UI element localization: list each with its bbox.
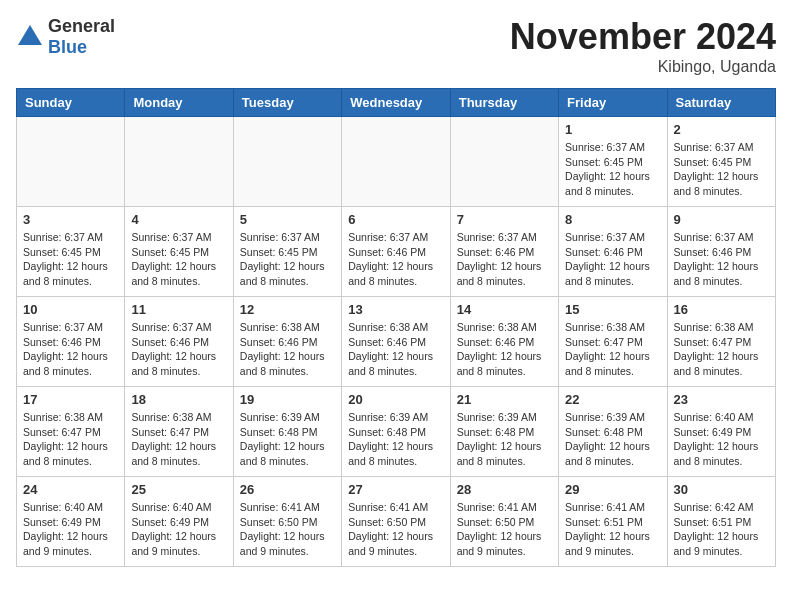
day-info: Sunrise: 6:38 AM Sunset: 6:47 PM Dayligh… — [674, 320, 769, 379]
day-number: 17 — [23, 392, 118, 407]
calendar-cell: 16Sunrise: 6:38 AM Sunset: 6:47 PM Dayli… — [667, 297, 775, 387]
calendar-cell: 8Sunrise: 6:37 AM Sunset: 6:46 PM Daylig… — [559, 207, 667, 297]
calendar-cell — [233, 117, 341, 207]
weekday-header-sunday: Sunday — [17, 89, 125, 117]
day-info: Sunrise: 6:39 AM Sunset: 6:48 PM Dayligh… — [565, 410, 660, 469]
calendar-cell: 26Sunrise: 6:41 AM Sunset: 6:50 PM Dayli… — [233, 477, 341, 567]
day-number: 15 — [565, 302, 660, 317]
day-number: 14 — [457, 302, 552, 317]
day-info: Sunrise: 6:41 AM Sunset: 6:51 PM Dayligh… — [565, 500, 660, 559]
title-section: November 2024 Kibingo, Uganda — [510, 16, 776, 76]
calendar-cell: 24Sunrise: 6:40 AM Sunset: 6:49 PM Dayli… — [17, 477, 125, 567]
day-info: Sunrise: 6:40 AM Sunset: 6:49 PM Dayligh… — [674, 410, 769, 469]
calendar-table: SundayMondayTuesdayWednesdayThursdayFrid… — [16, 88, 776, 567]
day-number: 23 — [674, 392, 769, 407]
day-number: 9 — [674, 212, 769, 227]
calendar-cell: 27Sunrise: 6:41 AM Sunset: 6:50 PM Dayli… — [342, 477, 450, 567]
day-number: 11 — [131, 302, 226, 317]
day-info: Sunrise: 6:39 AM Sunset: 6:48 PM Dayligh… — [240, 410, 335, 469]
week-row-5: 24Sunrise: 6:40 AM Sunset: 6:49 PM Dayli… — [17, 477, 776, 567]
calendar-cell: 23Sunrise: 6:40 AM Sunset: 6:49 PM Dayli… — [667, 387, 775, 477]
weekday-header-monday: Monday — [125, 89, 233, 117]
weekday-header-row: SundayMondayTuesdayWednesdayThursdayFrid… — [17, 89, 776, 117]
day-info: Sunrise: 6:38 AM Sunset: 6:47 PM Dayligh… — [565, 320, 660, 379]
day-info: Sunrise: 6:38 AM Sunset: 6:46 PM Dayligh… — [240, 320, 335, 379]
calendar-cell — [342, 117, 450, 207]
day-info: Sunrise: 6:38 AM Sunset: 6:47 PM Dayligh… — [131, 410, 226, 469]
day-number: 22 — [565, 392, 660, 407]
day-number: 19 — [240, 392, 335, 407]
day-info: Sunrise: 6:41 AM Sunset: 6:50 PM Dayligh… — [348, 500, 443, 559]
day-number: 28 — [457, 482, 552, 497]
day-number: 20 — [348, 392, 443, 407]
day-number: 24 — [23, 482, 118, 497]
calendar-cell: 20Sunrise: 6:39 AM Sunset: 6:48 PM Dayli… — [342, 387, 450, 477]
calendar-cell: 22Sunrise: 6:39 AM Sunset: 6:48 PM Dayli… — [559, 387, 667, 477]
calendar-cell: 3Sunrise: 6:37 AM Sunset: 6:45 PM Daylig… — [17, 207, 125, 297]
logo-blue: Blue — [48, 37, 87, 57]
day-info: Sunrise: 6:37 AM Sunset: 6:45 PM Dayligh… — [240, 230, 335, 289]
calendar-cell: 25Sunrise: 6:40 AM Sunset: 6:49 PM Dayli… — [125, 477, 233, 567]
day-info: Sunrise: 6:37 AM Sunset: 6:45 PM Dayligh… — [565, 140, 660, 199]
calendar-cell: 30Sunrise: 6:42 AM Sunset: 6:51 PM Dayli… — [667, 477, 775, 567]
week-row-3: 10Sunrise: 6:37 AM Sunset: 6:46 PM Dayli… — [17, 297, 776, 387]
day-number: 16 — [674, 302, 769, 317]
day-number: 8 — [565, 212, 660, 227]
svg-marker-0 — [18, 25, 42, 45]
calendar-cell: 12Sunrise: 6:38 AM Sunset: 6:46 PM Dayli… — [233, 297, 341, 387]
day-number: 3 — [23, 212, 118, 227]
location-subtitle: Kibingo, Uganda — [510, 58, 776, 76]
calendar-cell: 7Sunrise: 6:37 AM Sunset: 6:46 PM Daylig… — [450, 207, 558, 297]
calendar-cell: 19Sunrise: 6:39 AM Sunset: 6:48 PM Dayli… — [233, 387, 341, 477]
day-number: 26 — [240, 482, 335, 497]
day-number: 30 — [674, 482, 769, 497]
day-number: 21 — [457, 392, 552, 407]
day-info: Sunrise: 6:41 AM Sunset: 6:50 PM Dayligh… — [457, 500, 552, 559]
day-info: Sunrise: 6:37 AM Sunset: 6:45 PM Dayligh… — [674, 140, 769, 199]
logo-general: General — [48, 16, 115, 36]
calendar-cell: 5Sunrise: 6:37 AM Sunset: 6:45 PM Daylig… — [233, 207, 341, 297]
calendar-cell: 21Sunrise: 6:39 AM Sunset: 6:48 PM Dayli… — [450, 387, 558, 477]
day-info: Sunrise: 6:38 AM Sunset: 6:47 PM Dayligh… — [23, 410, 118, 469]
calendar-cell: 11Sunrise: 6:37 AM Sunset: 6:46 PM Dayli… — [125, 297, 233, 387]
day-info: Sunrise: 6:37 AM Sunset: 6:46 PM Dayligh… — [565, 230, 660, 289]
day-number: 4 — [131, 212, 226, 227]
day-info: Sunrise: 6:37 AM Sunset: 6:46 PM Dayligh… — [457, 230, 552, 289]
logo: General Blue — [16, 16, 115, 58]
day-number: 13 — [348, 302, 443, 317]
calendar-cell: 14Sunrise: 6:38 AM Sunset: 6:46 PM Dayli… — [450, 297, 558, 387]
day-info: Sunrise: 6:37 AM Sunset: 6:45 PM Dayligh… — [131, 230, 226, 289]
day-number: 25 — [131, 482, 226, 497]
calendar-cell — [450, 117, 558, 207]
day-info: Sunrise: 6:42 AM Sunset: 6:51 PM Dayligh… — [674, 500, 769, 559]
day-number: 2 — [674, 122, 769, 137]
day-number: 7 — [457, 212, 552, 227]
weekday-header-tuesday: Tuesday — [233, 89, 341, 117]
day-number: 18 — [131, 392, 226, 407]
day-number: 29 — [565, 482, 660, 497]
calendar-cell: 17Sunrise: 6:38 AM Sunset: 6:47 PM Dayli… — [17, 387, 125, 477]
day-info: Sunrise: 6:37 AM Sunset: 6:46 PM Dayligh… — [23, 320, 118, 379]
calendar-cell: 6Sunrise: 6:37 AM Sunset: 6:46 PM Daylig… — [342, 207, 450, 297]
day-info: Sunrise: 6:40 AM Sunset: 6:49 PM Dayligh… — [23, 500, 118, 559]
day-info: Sunrise: 6:40 AM Sunset: 6:49 PM Dayligh… — [131, 500, 226, 559]
day-info: Sunrise: 6:41 AM Sunset: 6:50 PM Dayligh… — [240, 500, 335, 559]
logo-icon — [16, 23, 44, 51]
week-row-1: 1Sunrise: 6:37 AM Sunset: 6:45 PM Daylig… — [17, 117, 776, 207]
calendar-cell — [17, 117, 125, 207]
calendar-cell: 9Sunrise: 6:37 AM Sunset: 6:46 PM Daylig… — [667, 207, 775, 297]
month-year-title: November 2024 — [510, 16, 776, 58]
page-header: General Blue November 2024 Kibingo, Ugan… — [16, 16, 776, 76]
day-info: Sunrise: 6:37 AM Sunset: 6:46 PM Dayligh… — [131, 320, 226, 379]
calendar-cell — [125, 117, 233, 207]
weekday-header-friday: Friday — [559, 89, 667, 117]
calendar-cell: 18Sunrise: 6:38 AM Sunset: 6:47 PM Dayli… — [125, 387, 233, 477]
day-info: Sunrise: 6:39 AM Sunset: 6:48 PM Dayligh… — [457, 410, 552, 469]
calendar-cell: 1Sunrise: 6:37 AM Sunset: 6:45 PM Daylig… — [559, 117, 667, 207]
calendar-cell: 4Sunrise: 6:37 AM Sunset: 6:45 PM Daylig… — [125, 207, 233, 297]
calendar-cell: 13Sunrise: 6:38 AM Sunset: 6:46 PM Dayli… — [342, 297, 450, 387]
day-number: 12 — [240, 302, 335, 317]
calendar-cell: 15Sunrise: 6:38 AM Sunset: 6:47 PM Dayli… — [559, 297, 667, 387]
day-number: 27 — [348, 482, 443, 497]
day-number: 10 — [23, 302, 118, 317]
